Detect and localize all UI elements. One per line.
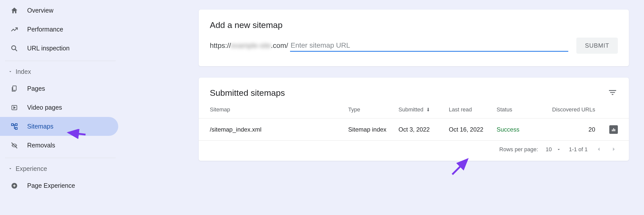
prev-page-button[interactable] <box>595 146 603 153</box>
sidebar-section-label: Index <box>16 68 31 75</box>
sidebar-item-label: Removals <box>27 142 55 149</box>
sort-down-icon <box>425 107 431 112</box>
sidebar-item-label: Sitemaps <box>27 123 53 130</box>
sitemap-icon <box>10 122 19 131</box>
cell-sitemap: /sitemap_index.xml <box>210 126 348 133</box>
search-icon <box>10 44 19 53</box>
sidebar-section-label: Experience <box>16 165 47 172</box>
page-range: 1-1 of 1 <box>569 146 588 153</box>
sitemap-url-input[interactable] <box>290 40 568 52</box>
sidebar-item-label: URL inspection <box>27 45 70 52</box>
submit-button[interactable]: SUBMIT <box>576 38 618 54</box>
chart-button[interactable] <box>609 125 618 134</box>
trending-up-icon <box>10 25 19 34</box>
sidebar-item-sitemaps[interactable]: Sitemaps <box>0 117 118 136</box>
col-header-status[interactable]: Status <box>497 106 549 113</box>
sidebar-item-page-experience[interactable]: Page Experience <box>0 176 118 195</box>
video-icon <box>10 103 19 112</box>
circle-plus-icon <box>10 181 19 191</box>
pagination: Rows per page: 10 1-1 of 1 <box>199 141 629 161</box>
sidebar: Overview Performance URL inspection Inde… <box>0 0 121 215</box>
svg-rect-3 <box>12 124 14 126</box>
add-sitemap-card: Add a new sitemap https://example-site.c… <box>199 10 629 66</box>
table-header: Sitemap Type Submitted Last read Status … <box>199 101 629 118</box>
chevron-down-icon <box>556 147 561 152</box>
home-icon <box>10 6 19 15</box>
divider <box>5 158 116 158</box>
sidebar-section-experience[interactable]: Experience <box>0 161 121 176</box>
svg-rect-5 <box>15 127 17 129</box>
sidebar-item-url-inspection[interactable]: URL inspection <box>0 39 118 58</box>
submitted-title: Submitted sitemaps <box>210 88 285 98</box>
main-content: Add a new sitemap https://example-site.c… <box>121 0 644 215</box>
col-header-submitted[interactable]: Submitted <box>398 106 449 113</box>
sidebar-section-index[interactable]: Index <box>0 64 121 79</box>
svg-point-0 <box>12 46 16 50</box>
col-header-type[interactable]: Type <box>348 106 398 113</box>
sidebar-item-label: Page Experience <box>27 182 75 189</box>
cell-lastread: Oct 16, 2022 <box>449 126 497 133</box>
add-sitemap-form: https://example-site.com/ SUBMIT <box>199 38 629 66</box>
sidebar-item-label: Video pages <box>27 104 62 111</box>
add-sitemap-title: Add a new sitemap <box>199 10 629 38</box>
svg-rect-9 <box>614 129 615 131</box>
sidebar-item-removals[interactable]: Removals <box>0 136 118 155</box>
divider <box>5 61 116 61</box>
cell-discovered: 20 <box>549 126 605 133</box>
svg-rect-4 <box>15 124 17 126</box>
rows-per-page-label: Rows per page: <box>499 146 538 153</box>
col-header-lastread[interactable]: Last read <box>449 106 497 113</box>
col-header-sitemap[interactable]: Sitemap <box>210 106 348 113</box>
pages-icon <box>10 84 19 94</box>
cell-type: Sitemap index <box>348 126 398 133</box>
sidebar-item-label: Pages <box>27 85 45 92</box>
svg-rect-8 <box>613 128 614 131</box>
rows-per-page-select[interactable]: 10 <box>546 146 561 153</box>
filter-icon[interactable] <box>608 88 618 98</box>
chevron-down-icon <box>8 69 13 74</box>
next-page-button[interactable] <box>610 146 618 153</box>
sidebar-item-label: Overview <box>27 7 53 14</box>
cell-submitted: Oct 3, 2022 <box>398 126 449 133</box>
sidebar-item-pages[interactable]: Pages <box>0 79 118 98</box>
submitted-sitemaps-card: Submitted sitemaps Sitemap Type Submitte… <box>199 78 629 161</box>
sitemaps-table: Sitemap Type Submitted Last read Status … <box>199 101 629 141</box>
svg-rect-7 <box>612 130 613 131</box>
url-prefix: https://example-site.com/ <box>210 42 288 50</box>
cell-status: Success <box>497 126 549 133</box>
chevron-down-icon <box>8 166 13 171</box>
col-header-discovered[interactable]: Discovered URLs <box>549 106 605 113</box>
sidebar-item-overview[interactable]: Overview <box>0 1 118 20</box>
table-row[interactable]: /sitemap_index.xml Sitemap index Oct 3, … <box>199 118 629 141</box>
visibility-off-icon <box>10 141 19 150</box>
svg-rect-1 <box>13 86 16 90</box>
sidebar-item-label: Performance <box>27 26 63 33</box>
sidebar-item-video-pages[interactable]: Video pages <box>0 98 118 117</box>
sidebar-item-performance[interactable]: Performance <box>0 20 118 39</box>
